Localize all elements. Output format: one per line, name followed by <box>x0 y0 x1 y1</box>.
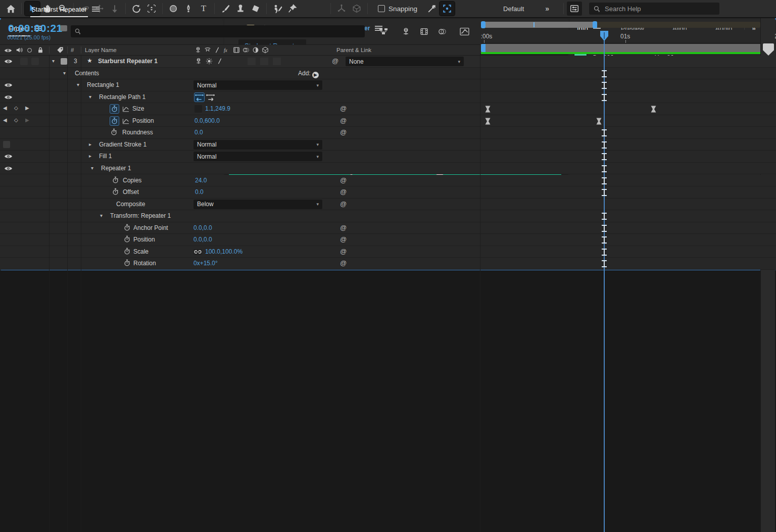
timeline-row-rectangle-1[interactable]: ▾Rectangle 1Normal▾ <box>0 79 776 91</box>
camera-tool-icon[interactable] <box>144 2 159 16</box>
timeline-row-offset[interactable]: Offset0.0@ <box>0 186 776 199</box>
property-label[interactable]: Rectangle 1 <box>87 81 119 88</box>
brush-tool-icon[interactable] <box>218 2 233 16</box>
snap-options-icon[interactable] <box>424 2 440 16</box>
clone-stamp-tool-icon[interactable] <box>233 2 248 16</box>
property-label[interactable]: Gradient Stroke 1 <box>99 141 147 148</box>
home-icon[interactable] <box>3 2 18 16</box>
shape-tool-icon[interactable] <box>166 2 181 16</box>
work-area-start-handle[interactable] <box>481 21 486 28</box>
expander-icon[interactable]: ▾ <box>77 82 79 87</box>
timeline-row-rectangle-path-1[interactable]: ▾Rectangle Path 1 <box>0 91 776 104</box>
marker-bin-icon[interactable] <box>763 43 774 56</box>
workspace-settings-icon[interactable] <box>567 2 582 16</box>
blend-mode-dropdown[interactable]: Normal▾ <box>193 140 322 150</box>
composite-dropdown[interactable]: Below▾ <box>193 200 322 209</box>
eye-icon[interactable] <box>4 94 13 100</box>
expander-icon[interactable]: ▾ <box>100 213 103 218</box>
stopwatch-icon[interactable] <box>123 248 131 255</box>
column-parent-link[interactable]: Parent & Link <box>336 47 371 53</box>
stopwatch-icon[interactable] <box>112 188 119 196</box>
composition-mini-flowchart-icon[interactable] <box>376 25 391 37</box>
property-value[interactable]: 0.0 <box>195 129 203 136</box>
frame-blending-icon[interactable] <box>417 25 431 37</box>
timeline-row-repeater-1[interactable]: ▾Repeater 1 <box>0 163 776 175</box>
value-graph-icon[interactable] <box>122 106 129 112</box>
expander-icon[interactable]: ▾ <box>91 165 93 171</box>
pickwhip-icon[interactable]: @ <box>340 259 347 267</box>
column-layer-name[interactable]: Layer Name <box>85 47 117 53</box>
snapping-checkbox[interactable] <box>378 5 385 12</box>
timeline-row-roundness[interactable]: Roundness0.0@ <box>0 127 776 139</box>
region-of-interest-icon[interactable] <box>440 2 455 16</box>
property-label[interactable]: Anchor Point <box>133 224 168 231</box>
expander-icon[interactable]: ▸ <box>89 153 91 159</box>
property-label[interactable]: Transform: Repeater 1 <box>110 212 171 219</box>
constrain-proportions-icon[interactable] <box>193 249 202 255</box>
timeline-row-anchor-point[interactable]: Anchor Point0.0,0.0@ <box>0 222 776 234</box>
audio-column-speaker-icon[interactable] <box>16 46 23 54</box>
motion-blur-icon[interactable] <box>435 25 449 37</box>
video-column-eye-icon[interactable] <box>4 47 12 53</box>
stopwatch-icon[interactable] <box>123 259 131 267</box>
search-help-field[interactable]: Search Help <box>589 3 719 15</box>
timeline-row-rotation[interactable]: Rotation0x+15.0°@ <box>0 258 776 270</box>
stopwatch-icon[interactable] <box>123 235 131 243</box>
timeline-row-fill-1[interactable]: ▸Fill 1Normal▾ <box>0 151 776 163</box>
property-label[interactable]: Composite <box>116 201 145 208</box>
timeline-row-contents[interactable]: ▾ContentsAdd: ▶ <box>0 68 776 80</box>
property-label[interactable]: Fill 1 <box>99 153 112 160</box>
lock-column-icon[interactable] <box>37 46 44 54</box>
pickwhip-icon[interactable]: @ <box>340 176 347 184</box>
timeline-row-position[interactable]: ◀◇▶Position0.0,600.0@ <box>0 115 776 127</box>
tab-timeline-starburst-repeater[interactable]: Starburst Repeater <box>31 6 87 13</box>
timeline-row-gradient-stroke-1[interactable]: ▸Gradient Stroke 1Normal▾ <box>0 139 776 151</box>
property-label[interactable]: Copies <box>123 177 141 184</box>
timeline-row-position[interactable]: Position0.0,0.0@ <box>0 234 776 246</box>
property-label[interactable]: Repeater 1 <box>101 165 131 172</box>
pickwhip-icon[interactable]: @ <box>340 200 347 208</box>
rotation-tool-icon[interactable] <box>129 2 144 16</box>
value-graph-icon[interactable] <box>122 118 129 124</box>
property-label[interactable]: Rectangle Path 1 <box>99 93 146 101</box>
pickwhip-icon[interactable]: @ <box>340 235 347 243</box>
pickwhip-icon[interactable]: @ <box>340 224 347 231</box>
timeline-row-size[interactable]: ◀◇▶Size1.1,249.9@ <box>0 103 776 115</box>
pickwhip-icon[interactable]: @ <box>340 117 347 124</box>
property-label[interactable]: Offset <box>123 188 139 196</box>
composition-duration-bar[interactable] <box>481 44 760 52</box>
work-area-bar[interactable] <box>482 22 597 28</box>
timeline-search-input[interactable] <box>71 25 365 37</box>
eye-icon[interactable] <box>4 166 13 171</box>
blend-mode-dropdown[interactable]: Normal▾ <box>193 80 322 90</box>
property-label[interactable]: Roundness <box>122 129 153 136</box>
property-value[interactable]: 0.0,0.0 <box>193 224 212 231</box>
layer-eye-icon[interactable] <box>4 59 13 64</box>
playhead-line[interactable] <box>604 40 605 270</box>
eye-icon[interactable] <box>4 154 13 159</box>
stopwatch-icon[interactable] <box>110 117 119 125</box>
video-toggle-box[interactable] <box>3 141 10 148</box>
layer-name[interactable]: Starburst Repeater 1 <box>98 58 158 65</box>
property-value[interactable]: 100.0,100.0% <box>205 248 243 255</box>
stopwatch-icon[interactable] <box>112 176 119 184</box>
draft-3d-icon[interactable] <box>399 25 413 37</box>
pickwhip-icon[interactable]: @ <box>340 248 347 255</box>
timeline-layer-row[interactable]: ▾ 3 ★ Starburst Repeater 1 @ None▾ <box>0 56 776 68</box>
property-value[interactable]: 0.0,0.0 <box>193 236 212 243</box>
keyframe-navigator[interactable]: ◀◇▶ <box>3 117 12 123</box>
property-label[interactable]: Scale <box>133 248 149 255</box>
work-area-end-handle[interactable] <box>593 21 597 28</box>
workspace-selector[interactable]: Default <box>503 5 524 13</box>
workspace-overflow-chevron[interactable]: » <box>545 5 548 13</box>
graph-editor-icon[interactable] <box>457 25 471 37</box>
expander-icon[interactable]: ▾ <box>89 94 91 100</box>
pickwhip-icon[interactable]: @ <box>340 188 347 196</box>
expander-icon[interactable]: ▾ <box>63 70 66 76</box>
parent-pickwhip-icon[interactable]: @ <box>332 57 338 65</box>
property-label[interactable]: Size <box>132 105 144 112</box>
property-label[interactable]: Position <box>133 236 155 243</box>
property-label[interactable]: Contents <box>75 70 99 77</box>
timeline-panel-menu-icon[interactable] <box>92 7 100 12</box>
time-ruler[interactable]: 0:00s 01s 02s <box>481 30 776 43</box>
